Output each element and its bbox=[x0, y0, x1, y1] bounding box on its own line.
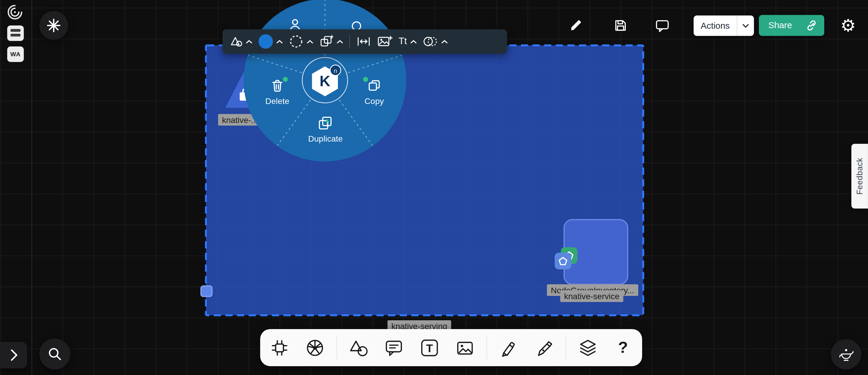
text-tool-glyph: T bbox=[426, 342, 433, 354]
radial-item-label: Delete bbox=[265, 96, 289, 106]
link-icon bbox=[806, 20, 817, 31]
shape-style-control[interactable] bbox=[230, 36, 253, 46]
wa-badge[interactable]: WA bbox=[7, 46, 24, 62]
magnifier-icon bbox=[48, 347, 62, 362]
settings-gear-icon: ⚙ bbox=[840, 17, 856, 34]
lamp-icon bbox=[838, 347, 855, 362]
border-style-control[interactable] bbox=[289, 34, 313, 49]
radial-duplicate-button[interactable]: Duplicate bbox=[304, 115, 347, 143]
toolbar-divider bbox=[336, 336, 337, 360]
zoom-button[interactable] bbox=[39, 339, 70, 370]
feedback-tab[interactable]: Feedback bbox=[851, 144, 868, 208]
caret-down-icon bbox=[742, 24, 749, 28]
badge-letter: n bbox=[334, 67, 337, 74]
shapes-tool[interactable] bbox=[344, 334, 372, 362]
expand-panel-button[interactable] bbox=[0, 342, 27, 369]
help-tool[interactable]: ? bbox=[609, 334, 637, 362]
comment-icon bbox=[655, 19, 670, 33]
shapes-icon bbox=[348, 338, 368, 357]
chevron-up-icon bbox=[276, 40, 283, 43]
chevron-up-icon bbox=[307, 40, 313, 43]
fill-color-swatch bbox=[258, 34, 273, 49]
archive-icon bbox=[9, 28, 22, 38]
diagram-icon bbox=[269, 338, 289, 357]
feedback-label: Feedback bbox=[855, 158, 864, 195]
text-format-label: Tt bbox=[398, 36, 407, 47]
layers-tool[interactable] bbox=[574, 334, 601, 362]
style-toolbar: Tt bbox=[223, 29, 507, 54]
save-floppy-icon bbox=[614, 19, 627, 32]
marker-icon bbox=[499, 338, 519, 357]
comment-icon bbox=[384, 338, 404, 357]
actions-button[interactable]: Actions bbox=[694, 15, 754, 36]
pen-tool[interactable] bbox=[530, 334, 558, 362]
marker-tool[interactable] bbox=[494, 334, 522, 362]
kubernetes-helm-icon bbox=[305, 338, 324, 357]
settings-button[interactable]: ⚙ bbox=[839, 16, 857, 35]
radial-item-label: Duplicate bbox=[308, 134, 343, 143]
fill-color-control[interactable] bbox=[258, 34, 283, 49]
lamp-button[interactable] bbox=[831, 339, 862, 370]
share-label: Share bbox=[768, 21, 792, 31]
chevron-up-icon bbox=[337, 40, 343, 43]
bottom-toolbar: T bbox=[260, 329, 642, 366]
text-width-icon bbox=[356, 36, 371, 48]
status-dot bbox=[363, 77, 368, 82]
pentagon-icon bbox=[558, 256, 568, 266]
main-menu-button[interactable] bbox=[39, 11, 68, 40]
status-dot bbox=[283, 77, 288, 82]
pentagon-badge-blue[interactable] bbox=[555, 253, 571, 269]
image-tool[interactable] bbox=[451, 334, 478, 362]
node-label-chip: knative-service bbox=[560, 290, 623, 302]
help-icon: ? bbox=[618, 339, 628, 357]
actions-label: Actions bbox=[694, 21, 737, 31]
text-icon: T bbox=[419, 338, 439, 357]
selection-resize-handle[interactable] bbox=[200, 285, 213, 297]
copy-style-icon bbox=[319, 35, 333, 48]
left-rail-divider bbox=[31, 0, 32, 375]
layers-icon bbox=[578, 338, 598, 357]
node-letter: K bbox=[319, 73, 330, 90]
wa-badge-label: WA bbox=[10, 51, 21, 58]
image-icon bbox=[455, 338, 475, 357]
diagram-tool[interactable] bbox=[265, 334, 293, 362]
toolbar-divider bbox=[486, 336, 487, 360]
copy-icon bbox=[366, 78, 382, 93]
chevron-up-icon bbox=[410, 40, 417, 43]
actions-caret-button[interactable] bbox=[737, 15, 754, 36]
chevron-up-icon bbox=[246, 40, 252, 43]
share-button[interactable]: Share bbox=[759, 15, 824, 36]
spiral-logo-icon bbox=[6, 4, 23, 21]
kubernetes-tool[interactable] bbox=[301, 334, 329, 362]
asterisk-icon bbox=[46, 19, 61, 33]
copy-style-control[interactable] bbox=[319, 35, 343, 48]
chevron-right-icon bbox=[8, 348, 19, 363]
edit-pencil-icon bbox=[569, 19, 583, 32]
app-logo[interactable] bbox=[6, 4, 23, 21]
pen-icon bbox=[534, 338, 554, 357]
image-add-control[interactable] bbox=[377, 36, 392, 48]
toolbar-divider bbox=[565, 336, 566, 360]
shape-style-icon bbox=[230, 36, 243, 46]
comment-tool[interactable] bbox=[380, 334, 408, 362]
trash-icon bbox=[270, 78, 285, 93]
opacity-control[interactable] bbox=[423, 36, 448, 48]
border-style-icon bbox=[289, 34, 304, 49]
text-tool[interactable]: T bbox=[415, 334, 443, 362]
archive-button[interactable] bbox=[7, 26, 24, 41]
radial-delete-button[interactable]: Delete bbox=[260, 78, 295, 105]
text-format-control[interactable]: Tt bbox=[398, 36, 417, 47]
radial-copy-button[interactable]: Copy bbox=[358, 78, 391, 105]
opacity-icon bbox=[423, 36, 438, 48]
comment-button[interactable] bbox=[655, 19, 670, 33]
toolbar-divider bbox=[349, 34, 350, 49]
edit-button[interactable] bbox=[569, 19, 583, 32]
text-width-control[interactable] bbox=[356, 36, 371, 48]
radial-item-label: Copy bbox=[365, 96, 384, 106]
chevron-up-icon bbox=[441, 40, 447, 43]
save-button[interactable] bbox=[614, 19, 627, 32]
image-add-icon bbox=[377, 36, 392, 48]
duplicate-icon bbox=[318, 115, 333, 131]
